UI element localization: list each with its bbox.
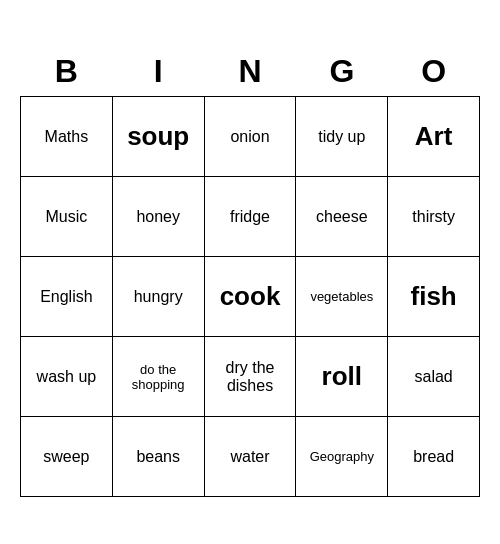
cell-3-0: wash up bbox=[21, 337, 113, 417]
cell-1-4: thirsty bbox=[388, 177, 480, 257]
cell-2-3: vegetables bbox=[296, 257, 388, 337]
row-4: sweepbeanswaterGeographybread bbox=[21, 417, 480, 497]
cell-1-0: Music bbox=[21, 177, 113, 257]
row-3: wash updo the shoppingdry the dishesroll… bbox=[21, 337, 480, 417]
cell-1-2: fridge bbox=[204, 177, 296, 257]
cell-4-0: sweep bbox=[21, 417, 113, 497]
cell-0-0: Maths bbox=[21, 97, 113, 177]
cell-0-1: soup bbox=[112, 97, 204, 177]
cell-3-4: salad bbox=[388, 337, 480, 417]
header-col-b: B bbox=[21, 47, 113, 97]
header-col-n: N bbox=[204, 47, 296, 97]
cell-4-4: bread bbox=[388, 417, 480, 497]
cell-3-1: do the shopping bbox=[112, 337, 204, 417]
cell-3-3: roll bbox=[296, 337, 388, 417]
cell-2-4: fish bbox=[388, 257, 480, 337]
row-2: Englishhungrycookvegetablesfish bbox=[21, 257, 480, 337]
cell-4-3: Geography bbox=[296, 417, 388, 497]
bingo-card: BINGO Mathssouponiontidy upArtMusichoney… bbox=[20, 47, 480, 498]
cell-1-1: honey bbox=[112, 177, 204, 257]
cell-0-3: tidy up bbox=[296, 97, 388, 177]
cell-2-1: hungry bbox=[112, 257, 204, 337]
cell-2-0: English bbox=[21, 257, 113, 337]
cell-0-4: Art bbox=[388, 97, 480, 177]
header-row: BINGO bbox=[21, 47, 480, 97]
header-col-o: O bbox=[388, 47, 480, 97]
cell-4-1: beans bbox=[112, 417, 204, 497]
cell-0-2: onion bbox=[204, 97, 296, 177]
header-col-g: G bbox=[296, 47, 388, 97]
row-0: Mathssouponiontidy upArt bbox=[21, 97, 480, 177]
cell-3-2: dry the dishes bbox=[204, 337, 296, 417]
cell-4-2: water bbox=[204, 417, 296, 497]
cell-2-2: cook bbox=[204, 257, 296, 337]
row-1: Musichoneyfridgecheesethirsty bbox=[21, 177, 480, 257]
cell-1-3: cheese bbox=[296, 177, 388, 257]
header-col-i: I bbox=[112, 47, 204, 97]
